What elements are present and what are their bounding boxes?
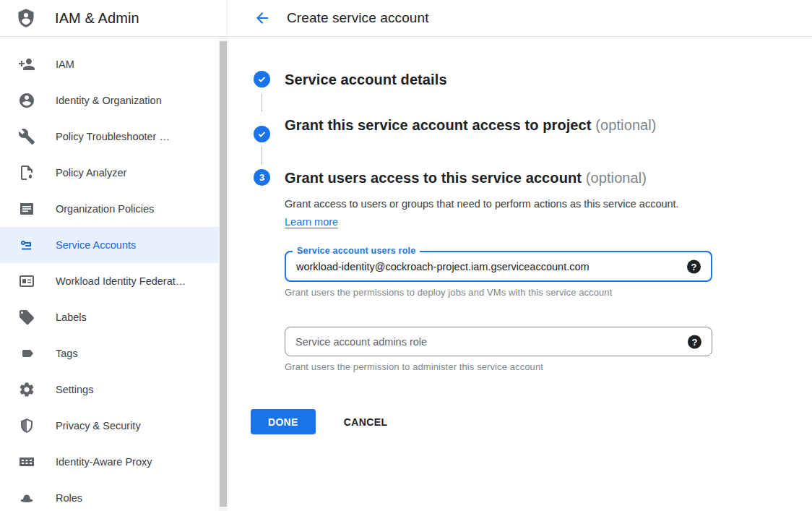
step-3: 3 Grant users access to this service acc… — [254, 168, 812, 188]
sidebar-scrollbar-thumb[interactable] — [220, 41, 227, 507]
done-button[interactable]: DONE — [251, 409, 316, 434]
step-2: Grant this service account access to pro… — [254, 116, 812, 142]
admins-role-helper-text: Grant users the permission to administer… — [285, 361, 812, 372]
service-account-key-icon — [18, 236, 35, 254]
admins-role-help-icon[interactable]: ? — [688, 335, 701, 348]
sidebar-item-iam[interactable]: IAM — [0, 46, 219, 82]
list-box-icon — [18, 200, 35, 218]
users-role-input[interactable] — [286, 252, 711, 280]
users-role-floating-label: Service account users role — [293, 246, 420, 256]
sidebar-item-identity-organization[interactable]: Identity & Organization — [0, 82, 219, 119]
product-header: IAM & Admin — [0, 0, 228, 36]
sidebar-item-labels[interactable]: Labels — [0, 299, 219, 335]
shield-icon — [18, 417, 35, 434]
step-2-optional-label: (optional) — [595, 117, 656, 133]
wrench-icon — [18, 128, 35, 145]
sidebar-item-label: Roles — [56, 492, 82, 504]
gear-icon — [18, 381, 35, 398]
learn-more-link[interactable]: Learn more — [285, 216, 338, 228]
sidebar-item-policy-troubleshooter[interactable]: Policy Troubleshooter … — [0, 119, 219, 155]
service-account-admins-role-field: ? — [285, 327, 712, 356]
sidebar: IAMIdentity & OrganizationPolicy Trouble… — [0, 37, 228, 511]
step-1-title: Service account details — [285, 70, 447, 90]
step-1: Service account details — [254, 70, 812, 90]
sidebar-item-service-accounts[interactable]: Service Accounts — [0, 227, 219, 263]
admins-role-input[interactable] — [285, 327, 712, 356]
document-gear-icon — [18, 164, 35, 181]
account-circle-icon — [18, 92, 35, 109]
service-account-users-role-field: Service account users role ? — [285, 251, 712, 282]
sidebar-item-label: Privacy & Security — [56, 420, 141, 431]
back-arrow-icon[interactable] — [254, 9, 271, 27]
step-connector — [262, 93, 262, 112]
sidebar-item-settings[interactable]: Settings — [0, 372, 219, 408]
section-description: Grant access to users or groups that nee… — [285, 195, 689, 231]
step-3-number-badge: 3 — [254, 169, 270, 186]
step-2-check-icon — [254, 126, 270, 142]
sidebar-item-label: Tags — [56, 348, 78, 359]
gcp-console: IAM & Admin Create service account IAMId… — [0, 0, 812, 511]
sidebar-item-label: Settings — [56, 384, 93, 395]
sidebar-item-workload-identity-federation[interactable]: Workload Identity Federat… — [0, 263, 219, 299]
sidebar-item-organization-policies[interactable]: Organization Policies — [0, 191, 219, 227]
create-service-account-form: Service account details Grant this servi… — [228, 37, 812, 511]
card-icon — [18, 272, 35, 290]
step-1-check-icon — [254, 71, 270, 87]
step-3-optional-label: (optional) — [586, 170, 647, 186]
page-header: Create service account — [228, 0, 812, 36]
sidebar-item-roles[interactable]: Roles — [0, 480, 219, 511]
sidebar-item-label: Policy Analyzer — [56, 167, 126, 179]
hat-icon — [18, 489, 35, 507]
sidebar-item-privacy-security[interactable]: Privacy & Security — [0, 408, 219, 444]
page-title: Create service account — [287, 10, 429, 26]
step-2-title: Grant this service account access to pro… — [285, 116, 657, 135]
users-role-help-icon[interactable]: ? — [687, 259, 701, 273]
form-actions: DONE CANCEL — [251, 409, 812, 434]
price-tag-icon — [18, 309, 35, 326]
proxy-icon — [18, 453, 35, 471]
sidebar-item-tags[interactable]: Tags — [0, 335, 219, 372]
step-3-title: Grant users access to this service accou… — [285, 168, 647, 188]
users-role-helper-text: Grant users the permissions to deploy jo… — [285, 287, 812, 298]
person-add-icon — [18, 56, 35, 73]
sidebar-item-label: Identity-Aware Proxy — [56, 456, 152, 468]
sidebar-item-label: Service Accounts — [56, 239, 136, 251]
sidebar-item-label: Workload Identity Federat… — [56, 275, 186, 287]
app-title: IAM & Admin — [55, 10, 139, 27]
sidebar-item-policy-analyzer[interactable]: Policy Analyzer — [0, 155, 219, 191]
top-bar: IAM & Admin Create service account — [0, 0, 812, 37]
sidebar-item-label: Organization Policies — [56, 203, 154, 215]
sidebar-item-label: IAM — [56, 59, 74, 70]
step-connector — [262, 146, 262, 165]
tag-arrow-icon — [18, 345, 35, 362]
sidebar-item-label: Policy Troubleshooter … — [56, 131, 170, 142]
cancel-button[interactable]: CANCEL — [338, 411, 394, 434]
sidebar-item-label: Identity & Organization — [56, 95, 162, 106]
sidebar-item-identity-aware-proxy[interactable]: Identity-Aware Proxy — [0, 444, 219, 480]
sidebar-item-label: Labels — [56, 312, 87, 323]
iam-shield-logo-icon — [16, 7, 36, 29]
